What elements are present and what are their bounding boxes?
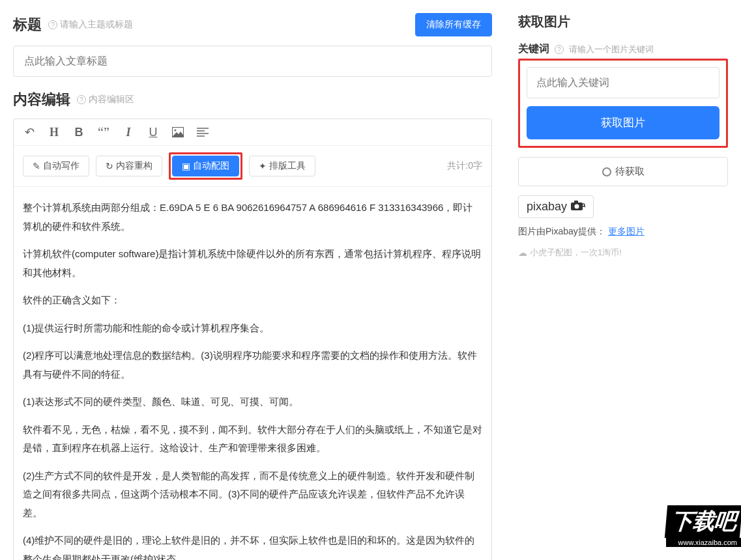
title-section-header: 标题 ? 请输入主题或标题 清除所有缓存 bbox=[13, 13, 492, 36]
italic-icon[interactable]: I bbox=[122, 126, 135, 139]
content-section-header: 内容编辑 ? 内容编辑区 bbox=[13, 90, 492, 109]
clear-cache-button[interactable]: 清除所有缓存 bbox=[415, 13, 492, 36]
svg-point-9 bbox=[582, 204, 585, 206]
highlight-box: ▣ 自动配图 bbox=[169, 152, 242, 180]
auto-image-button[interactable]: ▣ 自动配图 bbox=[172, 156, 239, 176]
svg-point-1 bbox=[175, 130, 177, 132]
credit-line: 图片由Pixabay提供： 更多图片 bbox=[518, 226, 728, 238]
fetch-image-button[interactable]: 获取图片 bbox=[527, 106, 719, 139]
format-toolbar: ↶ H B “” I U bbox=[14, 119, 491, 146]
paragraph: 软件看不见，无色，枯燥，看不见，摸不到，闻不到。软件大部分存在于人们的头脑或纸上… bbox=[23, 421, 482, 458]
pixabay-badge: pixabay bbox=[518, 195, 594, 218]
info-icon: ? bbox=[48, 20, 57, 29]
camera-icon bbox=[571, 201, 585, 214]
paragraph: (1)表达形式不同的硬件类型、颜色、味道、可见、可摸、可闻。 bbox=[23, 393, 482, 412]
paragraph: 整个计算机系统由两部分组成：E.69DA 5 E 6 BA 9062616964… bbox=[23, 199, 482, 236]
title-hint: ? 请输入主题或标题 bbox=[48, 19, 133, 31]
cloud-icon: ☁ bbox=[518, 247, 527, 258]
heading-icon[interactable]: H bbox=[48, 126, 61, 139]
paragraph: (1)提供运行时所需功能和性能的命令或计算机程序集合。 bbox=[23, 319, 482, 338]
picture-icon: ▣ bbox=[182, 161, 190, 171]
title-label: 标题 ? 请输入主题或标题 bbox=[13, 15, 133, 35]
content-label-text: 内容编辑 bbox=[13, 90, 70, 109]
more-images-link[interactable]: 更多图片 bbox=[608, 226, 645, 236]
paragraph: (4)维护不同的硬件是旧的，理论上软件是旧的，并不坏，但实际上软件也是旧的和坏的… bbox=[23, 531, 482, 560]
align-icon[interactable] bbox=[196, 126, 209, 139]
watermark-url: www.xiazaiba.com bbox=[666, 538, 741, 547]
editor-box: ↶ H B “” I U ✎ 自动写作 ↻ bbox=[13, 119, 492, 560]
tool-icon: ✦ bbox=[259, 161, 267, 171]
undo-icon[interactable]: ↶ bbox=[23, 126, 36, 139]
quote-icon[interactable]: “” bbox=[97, 126, 110, 139]
word-count: 共计:0字 bbox=[447, 160, 482, 172]
editor-content[interactable]: 整个计算机系统由两部分组成：E.69DA 5 E 6 BA 9062616964… bbox=[14, 187, 491, 560]
svg-point-7 bbox=[575, 204, 579, 208]
content-rebuild-button[interactable]: ↻ 内容重构 bbox=[96, 156, 162, 176]
watermark: 下载吧 www.xiazaiba.com bbox=[666, 505, 741, 547]
keyword-input[interactable] bbox=[527, 67, 719, 98]
info-icon: ? bbox=[77, 95, 86, 104]
paragraph: (2)程序可以满意地处理信息的数据结构。(3)说明程序功能要求和程序需要的文档的… bbox=[23, 346, 482, 384]
sidebar: 获取图片 关键词 ? 请输入一个图片关键词 获取图片 待获取 pixabay 图… bbox=[505, 0, 741, 560]
svg-line-10 bbox=[585, 206, 586, 207]
title-input[interactable] bbox=[13, 46, 492, 77]
paragraph: 软件的正确含义如下： bbox=[23, 291, 482, 310]
bold-icon[interactable]: B bbox=[72, 126, 85, 139]
underline-icon[interactable]: U bbox=[147, 126, 160, 139]
layout-tool-button[interactable]: ✦ 排版工具 bbox=[249, 156, 315, 176]
content-hint: ? 内容编辑区 bbox=[77, 94, 134, 105]
watermark-text: 下载吧 bbox=[665, 505, 741, 538]
keyword-hint: ? 请输入一个图片关键词 bbox=[555, 44, 654, 55]
content-label: 内容编辑 ? 内容编辑区 bbox=[13, 90, 134, 109]
paragraph: 计算机软件(computer software)是指计算机系统中除硬件以外的所有… bbox=[23, 245, 482, 282]
info-icon: ? bbox=[555, 45, 564, 54]
auto-write-button[interactable]: ✎ 自动写作 bbox=[23, 156, 89, 176]
title-label-text: 标题 bbox=[13, 15, 42, 35]
pencil-icon: ✎ bbox=[33, 161, 40, 171]
keyword-highlight-box: 获取图片 bbox=[518, 59, 728, 148]
sidebar-title: 获取图片 bbox=[518, 13, 728, 31]
circle-icon bbox=[602, 167, 611, 176]
image-icon[interactable] bbox=[171, 126, 184, 139]
pending-button[interactable]: 待获取 bbox=[518, 157, 728, 186]
refresh-icon: ↻ bbox=[106, 161, 113, 171]
keyword-label: 关键词 ? 请输入一个图片关键词 bbox=[518, 42, 728, 56]
action-toolbar: ✎ 自动写作 ↻ 内容重构 ▣ 自动配图 ✦ 排版工具 共计:0字 bbox=[14, 146, 491, 187]
svg-rect-8 bbox=[574, 201, 578, 203]
paragraph: (2)生产方式不同的软件是开发，是人类智能的高发挥，而不是传统意义上的硬件制造。… bbox=[23, 467, 482, 523]
footer-note: ☁ 小虎子配图，一次1淘币! bbox=[518, 247, 728, 259]
